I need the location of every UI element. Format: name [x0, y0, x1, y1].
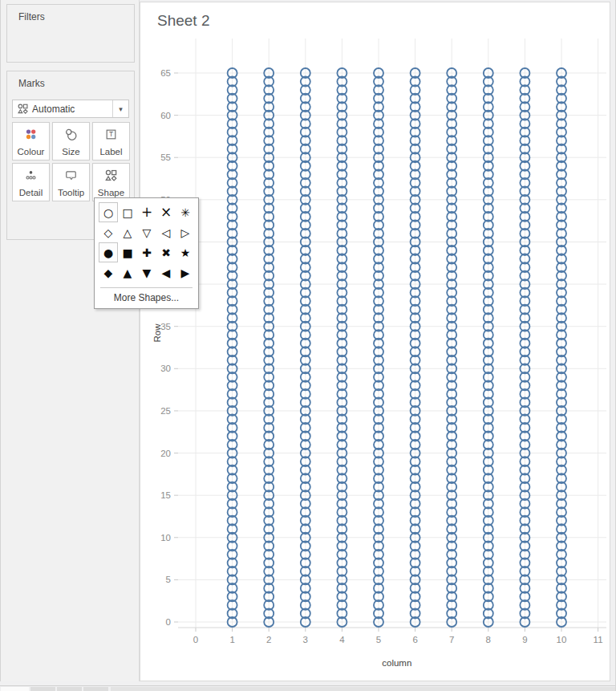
shape-option-open-square[interactable]: □: [118, 202, 137, 222]
sheet-tab-partial[interactable]: [83, 687, 108, 691]
x-tick-label: 4: [339, 635, 345, 644]
size-circles-icon: [53, 128, 89, 141]
shape-grid: ○□+×✳︎◇△▽◁▷●■✚✖★◆▲▼◀▶: [99, 202, 195, 282]
size-button[interactable]: Size: [52, 122, 90, 161]
label-button[interactable]: T Label: [92, 122, 130, 161]
y-tick-label: 20: [160, 449, 171, 458]
worksheet-view: Sheet 2 05101520253035404550556065012345…: [140, 2, 610, 681]
size-button-label: Size: [53, 147, 89, 156]
x-tick-label: 0: [193, 635, 198, 644]
shape-option-thin-x[interactable]: ×: [156, 202, 176, 222]
mark-type-dropdown[interactable]: Automatic ▾: [12, 100, 129, 118]
y-axis-title: Row: [152, 323, 162, 343]
sheet-tab-partial[interactable]: [30, 687, 55, 691]
sheet-tab-strip: [0, 685, 616, 691]
y-tick-label: 30: [160, 364, 171, 373]
shape-button[interactable]: Shape: [92, 163, 130, 201]
colour-dots-icon: [13, 128, 49, 141]
colour-button[interactable]: Colour: [12, 122, 50, 161]
x-tick-label: 5: [376, 635, 381, 644]
x-axis-title: column: [382, 658, 411, 668]
detail-button-label: Detail: [13, 188, 49, 197]
more-shapes-link[interactable]: More Shapes...: [95, 292, 198, 303]
shape-option-filled-triangle-left[interactable]: ◀: [156, 262, 176, 282]
x-tick-label: 10: [557, 635, 567, 644]
shape-option-filled-diamond[interactable]: ◆: [99, 262, 118, 282]
shape-button-label: Shape: [93, 188, 129, 197]
tooltip-bubble-icon: [53, 169, 89, 182]
shape-option-open-diamond[interactable]: ◇: [99, 222, 118, 242]
automatic-marks-icon: [13, 103, 32, 115]
x-tick-label: 3: [303, 635, 308, 644]
shape-option-thin-plus[interactable]: +: [137, 202, 156, 222]
sheet-tab-partial[interactable]: [111, 687, 616, 691]
scatter-plot: 0510152025303540455055606501234567891011…: [140, 2, 610, 681]
x-tick-label: 9: [522, 635, 527, 644]
x-tick-label: 6: [412, 635, 417, 644]
shape-option-open-triangle-up[interactable]: △: [118, 222, 137, 242]
colour-button-label: Colour: [13, 147, 49, 156]
shape-option-bold-x[interactable]: ✖: [156, 242, 176, 262]
shape-option-asterisk[interactable]: ✳︎: [176, 202, 195, 222]
y-tick-label: 65: [160, 68, 171, 78]
shape-option-bold-plus[interactable]: ✚: [137, 242, 156, 262]
tooltip-button[interactable]: Tooltip: [52, 163, 90, 201]
x-tick-label: 7: [449, 635, 454, 644]
shape-option-filled-triangle-down[interactable]: ▼: [137, 262, 156, 282]
filters-shelf[interactable]: Filters: [6, 4, 135, 63]
detail-button[interactable]: Detail: [12, 163, 50, 201]
filters-shelf-title: Filters: [7, 5, 134, 22]
y-tick-label: 15: [160, 490, 171, 500]
shape-option-open-triangle-left[interactable]: ◁: [156, 222, 176, 242]
x-tick-label: 11: [594, 635, 603, 644]
y-tick-label: 0: [166, 617, 171, 627]
detail-dots-icon: [13, 169, 49, 182]
shape-option-filled-triangle-right[interactable]: ▶: [176, 262, 195, 282]
chevron-down-icon[interactable]: ▾: [112, 100, 128, 117]
y-tick-label: 55: [160, 152, 171, 162]
label-button-label: Label: [93, 147, 129, 156]
marks-card-title: Marks: [7, 71, 134, 89]
sheet-tab-partial[interactable]: [57, 687, 82, 691]
x-tick-label: 8: [486, 635, 491, 644]
y-tick-label: 35: [160, 322, 171, 331]
popup-divider: [100, 287, 192, 288]
sidebar: Filters Marks Automatic ▾: [0, 0, 140, 681]
shape-option-filled-square[interactable]: ■: [118, 242, 137, 262]
mark-type-label: Automatic: [32, 104, 112, 115]
shape-option-open-triangle-down[interactable]: ▽: [137, 222, 156, 242]
shape-palette-popup: ○□+×✳︎◇△▽◁▷●■✚✖★◆▲▼◀▶ More Shapes...: [94, 197, 199, 309]
label-text-icon: T: [93, 128, 129, 141]
shape-option-open-circle[interactable]: ○: [99, 202, 118, 222]
x-tick-label: 2: [266, 635, 271, 644]
shape-option-filled-star[interactable]: ★: [176, 242, 195, 262]
svg-text:T: T: [109, 130, 113, 138]
x-tick-label: 1: [229, 635, 234, 644]
y-tick-label: 10: [160, 533, 171, 543]
shape-palette-icon: [93, 169, 129, 182]
sheet-tab-partial[interactable]: [1, 687, 29, 691]
y-tick-label: 5: [166, 575, 171, 584]
y-tick-label: 60: [160, 111, 171, 120]
shape-option-filled-circle[interactable]: ●: [99, 242, 118, 262]
y-tick-label: 25: [160, 406, 171, 416]
shape-option-open-triangle-right[interactable]: ▷: [176, 222, 195, 242]
tableau-window: Filters Marks Automatic ▾: [0, 0, 616, 691]
shape-option-filled-triangle-up[interactable]: ▲: [118, 262, 137, 282]
tooltip-button-label: Tooltip: [53, 188, 89, 197]
